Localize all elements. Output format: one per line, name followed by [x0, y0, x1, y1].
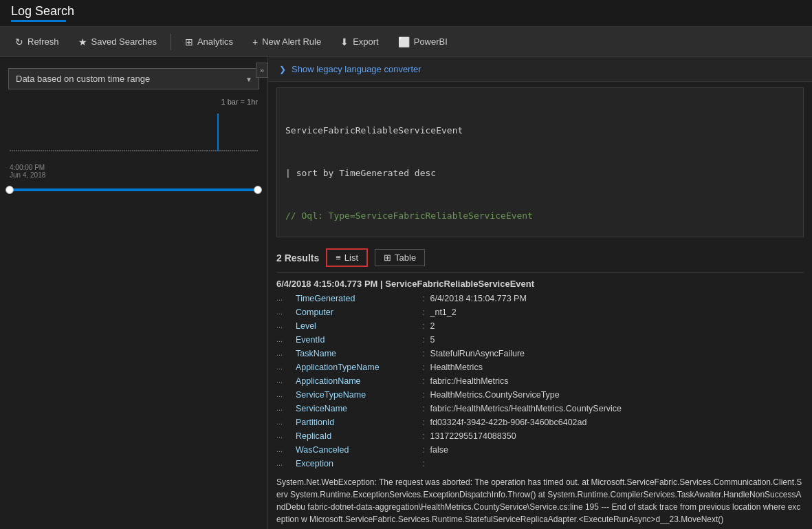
chart-bar-22: [55, 150, 56, 151]
expand-icon[interactable]: ...: [276, 335, 290, 343]
sidebar-collapse-button[interactable]: »: [256, 63, 268, 78]
field-name: ServiceTypeName: [296, 390, 419, 400]
chart-bar-7: [24, 150, 25, 151]
query-box[interactable]: ServiceFabricReliableServiceEvent | sort…: [276, 87, 804, 237]
chart-bar-76: [167, 150, 168, 151]
chart-bar-25: [61, 150, 63, 151]
field-colon: :: [422, 376, 424, 386]
field-value: StatefulRunAsyncFailure: [430, 349, 525, 358]
chart-bar-16: [43, 150, 44, 151]
field-name: Computer: [296, 307, 419, 317]
chart-bar-55: [124, 150, 125, 151]
chart-bar-82: [179, 150, 181, 151]
time-range-select[interactable]: Data based on custom time range: [8, 68, 259, 89]
chart-bar-63: [140, 150, 142, 151]
chart-bar-93: [202, 150, 204, 151]
chart-bar-75: [165, 150, 166, 151]
chart-bar-62: [138, 150, 140, 151]
chart-bar-109: [236, 150, 237, 151]
chart-bar-5: [20, 150, 21, 151]
chart-bar-17: [45, 150, 46, 151]
field-name: EventId: [296, 335, 419, 345]
chart-bar-118: [254, 150, 256, 151]
chart-bar-40: [93, 150, 94, 151]
chart-bar-59: [132, 150, 133, 151]
expand-icon[interactable]: ...: [276, 445, 290, 453]
range-handle-left[interactable]: [6, 186, 14, 194]
chart-bar-112: [242, 150, 243, 151]
range-handle-right[interactable]: [254, 186, 262, 194]
refresh-button[interactable]: ↻ Refresh: [7, 32, 67, 52]
expand-icon[interactable]: ...: [276, 363, 290, 371]
bar-legend: 1 bar = 1hr: [0, 95, 267, 107]
app-title: Log Search: [11, 4, 88, 22]
field-value: 2: [430, 321, 435, 331]
expand-icon[interactable]: ...: [276, 376, 290, 385]
chart-bar-64: [142, 150, 144, 151]
field-colon: :: [422, 335, 424, 345]
field-row: ... ApplicationName : fabric:/HealthMetr…: [276, 374, 804, 388]
chart-bar-42: [97, 150, 98, 151]
chart-bar-13: [36, 150, 38, 151]
chart-bar-74: [163, 150, 164, 151]
chart-bar-108: [234, 150, 235, 151]
list-view-button[interactable]: ≡ List: [326, 248, 368, 267]
legacy-language-bar[interactable]: ❯ Show legacy language converter: [268, 57, 812, 82]
expand-icon[interactable]: ...: [276, 390, 290, 398]
chart-bar-37: [87, 150, 88, 151]
chart-bar-14: [39, 150, 40, 151]
chart-bar-27: [65, 150, 67, 151]
expand-icon[interactable]: ...: [276, 431, 290, 440]
chart-bar-105: [228, 150, 229, 151]
chart-bar-60: [134, 150, 135, 151]
export-button[interactable]: ⬇ Export: [332, 32, 387, 52]
expand-icon[interactable]: ...: [276, 307, 290, 316]
chart-bar-100: [217, 114, 219, 151]
field-name: Level: [296, 321, 419, 331]
chart-bar-47: [107, 150, 109, 151]
powerbi-button[interactable]: ⬜ PowerBI: [390, 32, 456, 52]
field-row: ... ApplicationTypeName : HealthMetrics: [276, 360, 804, 374]
powerbi-icon: ⬜: [398, 36, 410, 47]
chart-bars: [10, 110, 258, 151]
expand-icon[interactable]: ...: [276, 349, 290, 357]
chart-bar-45: [103, 150, 105, 151]
chart-bar-48: [109, 150, 111, 151]
expand-icon[interactable]: ...: [276, 321, 290, 330]
chart-bar-52: [118, 150, 119, 151]
field-colon: :: [422, 307, 424, 317]
header-bar: Log Search: [0, 0, 812, 27]
chart-bar-8: [26, 150, 28, 151]
table-view-button[interactable]: ⊞ Table: [375, 249, 425, 266]
field-value: fabric:/HealthMetrics/HealthMetrics.Coun…: [430, 404, 622, 413]
result-record-header[interactable]: 6/4/2018 4:15:04.773 PM | ServiceFabricR…: [276, 272, 804, 292]
chart-bar-30: [72, 150, 73, 151]
chart-bar-96: [209, 150, 210, 151]
chart-bar-32: [76, 150, 78, 151]
grid-icon: ⊞: [185, 36, 193, 47]
saved-searches-button[interactable]: ★ Saved Searches: [70, 32, 165, 52]
chart-bar-15: [41, 150, 42, 151]
chart-bar-23: [57, 150, 58, 151]
new-alert-button[interactable]: + New Alert Rule: [244, 32, 329, 52]
chart-bar-71: [157, 150, 158, 151]
expand-icon[interactable]: ...: [276, 459, 290, 467]
field-value: 5: [430, 335, 435, 345]
field-value: 131722955174088350: [430, 431, 516, 441]
chart-bar-98: [213, 150, 215, 151]
expand-icon[interactable]: ...: [276, 294, 290, 302]
chart-bar-85: [186, 150, 187, 151]
chart-bar-78: [171, 150, 173, 151]
field-name: ServiceName: [296, 404, 419, 413]
field-name: ApplicationName: [296, 376, 419, 386]
chart-bar-79: [173, 150, 175, 151]
expand-icon[interactable]: ...: [276, 404, 290, 412]
chart-bar-53: [120, 150, 121, 151]
field-colon: :: [422, 431, 424, 441]
expand-icon[interactable]: ...: [276, 418, 290, 426]
analytics-button[interactable]: ⊞ Analytics: [177, 32, 241, 52]
chart-bar-101: [219, 150, 221, 151]
chart-bar-119: [256, 150, 258, 151]
chart-bar-88: [192, 150, 193, 151]
field-colon: :: [422, 349, 424, 358]
